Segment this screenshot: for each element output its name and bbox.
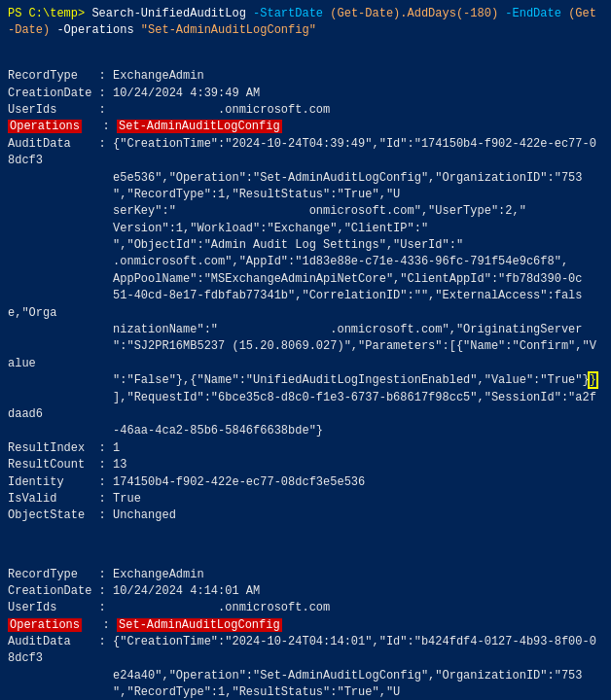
record2-userids-value: .onmicrosoft.com: [113, 601, 330, 614]
record1-resultcount-value: 13: [113, 458, 126, 472]
record1-auditdata-part2: e5e536","Operation":"Set-AdminAuditLogCo…: [8, 171, 583, 185]
record1-resultindex-value: 1: [113, 441, 120, 455]
record1-resultcount-label: ResultCount :: [8, 458, 113, 472]
record2-creationdate-value: 10/24/2024 4:14:01 AM: [113, 584, 260, 598]
record1-auditdata-part10: nizationName":" .onmicrosoft.com","Origi…: [8, 323, 583, 336]
record1-recordtype-label: RecordType :: [8, 69, 113, 83]
record1-resultindex-label: ResultIndex :: [8, 441, 113, 455]
record2-recordtype-value: ExchangeAdmin: [113, 568, 204, 581]
record2-auditdata-part3: ","RecordType":1,"ResultStatus":"True","…: [8, 685, 400, 699]
record1-identity-value: 174150b4-f902-422e-ec77-08dcf3e5e536: [113, 475, 365, 489]
record1-identity-label: Identity :: [8, 475, 113, 489]
record2-auditdata-part2: e24a40","Operation":"Set-AdminAuditLogCo…: [8, 669, 583, 682]
record1-creationdate-label: CreationDate :: [8, 87, 113, 100]
record1-isvalid-label: IsValid :: [8, 492, 113, 506]
record1-auditdata-part6: ","ObjectId":"Admin Audit Log Settings",…: [8, 238, 463, 252]
record1-operations-label: Operations: [8, 120, 82, 133]
record1-auditdata-part3: ","RecordType":1,"ResultStatus":"True","…: [8, 188, 400, 201]
record1-auditdata-highlight: }: [590, 373, 596, 387]
record2-recordtype-label: RecordType :: [8, 568, 113, 581]
prompt-line: PS C:\temp> Search-UnifiedAuditLog -Star…: [8, 6, 603, 40]
terminal-window: PS C:\temp> Search-UnifiedAuditLog -Star…: [8, 6, 603, 700]
record1-auditdata-part8: AppPoolName":"MSExchangeAdminApiNetCore"…: [8, 272, 583, 286]
record1-objectstate-value: Unchanged: [113, 508, 176, 522]
record1-objectstate-label: ObjectState :: [8, 508, 113, 522]
record1-operations-value: Set-AdminAuditLogConfig: [117, 120, 282, 133]
record1-auditdata-part5: Version":1,"Workload":"Exchange","Client…: [8, 222, 428, 235]
record2-userids-label: UserIds :: [8, 601, 113, 614]
record2-auditdata-label: AuditData :: [8, 635, 113, 648]
record1-auditdata-part7: .onmicrosoft.com","AppId":"1d83e88e-c71e…: [8, 255, 568, 268]
record1-auditdata-part13: ],"RequestId":"6bce35c8-d8c0-f1e3-6737-b…: [8, 391, 596, 421]
record1-auditdata-part11: ":"SJ2PR16MB5237 (15.20.8069.027)","Para…: [8, 339, 596, 369]
record1-auditdata-part9: 51-40cd-8e17-fdbfab77341b","CorrelationI…: [8, 289, 583, 319]
record-2: RecordType : ExchangeAdmin CreationDate …: [8, 549, 603, 700]
record2-operations-label: Operations: [8, 618, 82, 632]
record1-recordtype-value: ExchangeAdmin: [113, 69, 204, 83]
record2-operations-value: Set-AdminAuditLogConfig: [117, 618, 282, 632]
record1-userids-label: UserIds :: [8, 103, 113, 117]
record1-auditdata-part4: serKey":" onmicrosoft.com","UserType":2,…: [8, 204, 526, 218]
record1-auditdata-part12: ":"False"},{"Name":"UnifiedAuditLogInges…: [8, 373, 590, 387]
record1-creationdate-value: 10/24/2024 4:39:49 AM: [113, 87, 260, 100]
record-1: RecordType : ExchangeAdmin CreationDate …: [8, 52, 603, 542]
record1-auditdata-part14: -46aa-4ca2-85b6-5846f6638bde"}: [8, 424, 323, 438]
record1-auditdata-label: AuditData :: [8, 137, 113, 151]
record1-isvalid-value: True: [113, 492, 141, 506]
record2-creationdate-label: CreationDate :: [8, 584, 113, 598]
record1-userids-value: .onmicrosoft.com: [113, 103, 330, 117]
